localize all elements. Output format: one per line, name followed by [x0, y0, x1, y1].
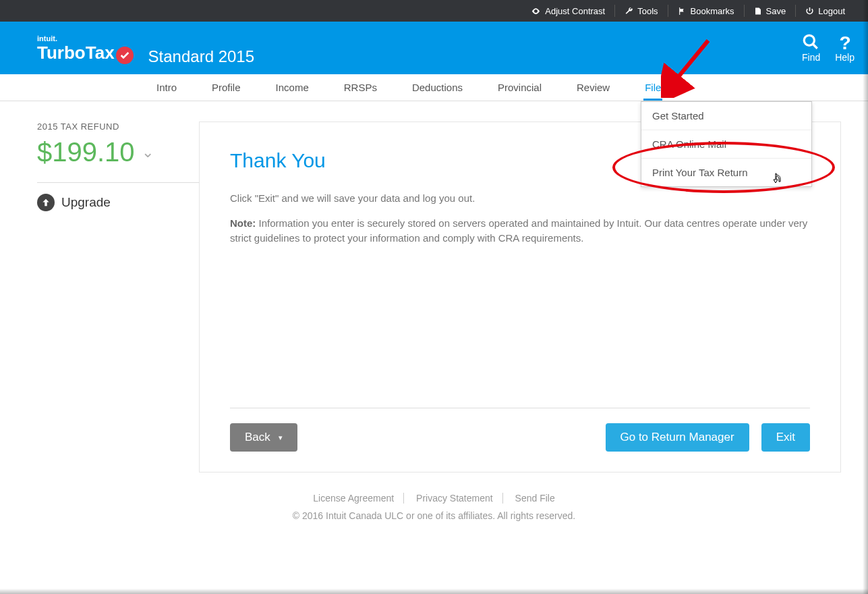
refund-value: $199.10	[37, 137, 135, 167]
svg-text:?: ?	[840, 33, 851, 51]
note-text: Note: Information you enter is securely …	[230, 216, 810, 246]
bookmarks-link[interactable]: Bookmarks	[668, 5, 744, 17]
help-button[interactable]: ? Help	[835, 33, 855, 63]
product-name: Standard 2015	[148, 47, 254, 66]
file-icon	[754, 7, 762, 16]
caret-down-icon: ▾	[279, 433, 283, 442]
tab-file[interactable]: File	[643, 75, 662, 100]
instruction-text: Click "Exit" and we will save your data …	[230, 191, 810, 207]
tools-link[interactable]: Tools	[614, 5, 667, 17]
eye-icon	[531, 6, 541, 16]
upgrade-link[interactable]: Upgrade	[37, 194, 199, 211]
svg-point-0	[804, 35, 814, 45]
tab-income[interactable]: Income	[274, 75, 310, 100]
exit-button[interactable]: Exit	[761, 423, 810, 452]
find-button[interactable]: Find	[802, 33, 820, 63]
find-label: Find	[802, 52, 820, 63]
note-label: Note:	[230, 217, 256, 229]
logout-label: Logout	[818, 6, 845, 16]
tab-profile[interactable]: Profile	[210, 75, 242, 100]
check-badge-icon	[116, 47, 134, 64]
logout-link[interactable]: Logout	[795, 5, 855, 17]
adjust-contrast-link[interactable]: Adjust Contrast	[521, 5, 614, 17]
note-body: Information you enter is securely stored…	[230, 217, 807, 244]
tab-deductions[interactable]: Deductions	[411, 75, 464, 100]
tab-review[interactable]: Review	[575, 75, 611, 100]
send-file-link[interactable]: Send File	[506, 493, 565, 504]
question-icon: ?	[835, 33, 852, 51]
tools-label: Tools	[637, 6, 658, 16]
tab-provincial[interactable]: Provincial	[496, 75, 543, 100]
nav-tabs: Intro Profile Income RRSPs Deductions Pr…	[0, 74, 868, 101]
search-icon	[802, 33, 819, 51]
main-footer: Back ▾ Go to Return Manager Exit	[230, 408, 810, 452]
save-label: Save	[766, 6, 786, 16]
upgrade-arrow-icon	[37, 194, 55, 211]
topbar: Adjust Contrast Tools Bookmarks Save Log…	[0, 0, 868, 22]
chevron-down-icon: ⌄	[142, 144, 154, 161]
power-icon	[805, 7, 814, 16]
back-button[interactable]: Back ▾	[230, 423, 297, 452]
bookmarks-label: Bookmarks	[691, 6, 734, 16]
brand-name: TurboTax	[37, 43, 115, 63]
tab-rrsps[interactable]: RRSPs	[343, 75, 378, 100]
file-dropdown: Get Started CRA Online Mail Print Your T…	[641, 101, 812, 187]
refund-amount[interactable]: $199.10 ⌄	[37, 137, 199, 167]
refund-label: 2015 TAX REFUND	[37, 122, 199, 132]
logo: intuit. TurboTax Standard 2015	[37, 34, 254, 62]
return-manager-button[interactable]: Go to Return Manager	[606, 423, 749, 452]
footer-links: License Agreement Privacy Statement Send…	[0, 493, 868, 504]
tab-intro[interactable]: Intro	[155, 75, 178, 100]
help-label: Help	[835, 52, 855, 63]
dropdown-print-tax-return[interactable]: Print Your Tax Return	[641, 159, 811, 186]
footer: License Agreement Privacy Statement Send…	[0, 473, 868, 541]
header: intuit. TurboTax Standard 2015 Find ? He…	[0, 22, 868, 74]
dropdown-cra-online-mail[interactable]: CRA Online Mail	[641, 130, 811, 159]
shadow	[863, 0, 868, 594]
sidebar: 2015 TAX REFUND $199.10 ⌄ Upgrade	[37, 122, 199, 473]
privacy-link[interactable]: Privacy Statement	[407, 493, 503, 504]
brand-small: intuit.	[37, 34, 134, 43]
dropdown-get-started[interactable]: Get Started	[641, 102, 811, 130]
shadow	[0, 589, 868, 594]
save-link[interactable]: Save	[744, 5, 796, 17]
flag-icon	[678, 7, 687, 16]
wrench-icon	[625, 7, 633, 16]
copyright: © 2016 Intuit Canada ULC or one of its a…	[0, 510, 868, 521]
adjust-contrast-label: Adjust Contrast	[545, 6, 605, 16]
divider	[37, 182, 199, 183]
back-label: Back	[245, 431, 270, 444]
upgrade-label: Upgrade	[61, 195, 111, 210]
license-link[interactable]: License Agreement	[303, 493, 404, 504]
